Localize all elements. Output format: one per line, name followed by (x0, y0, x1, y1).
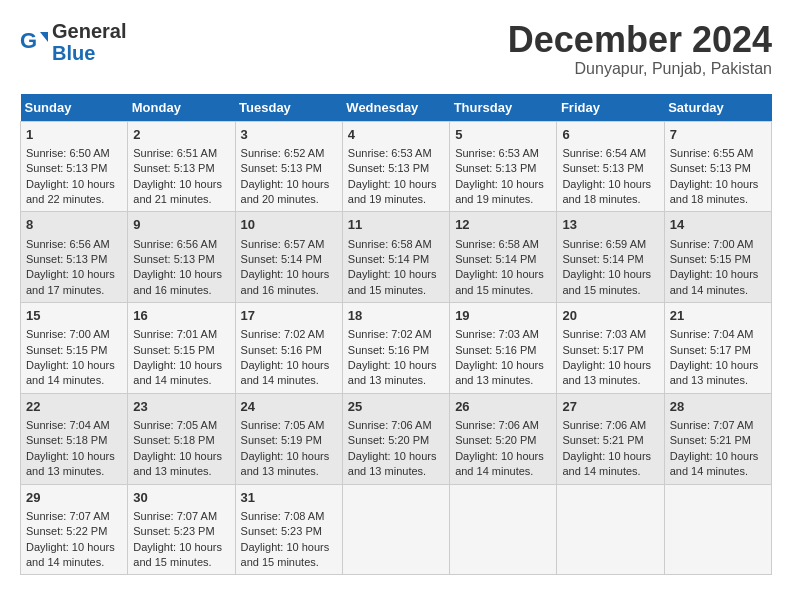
day-number: 8 (26, 216, 122, 234)
calendar-cell: 4Sunrise: 6:53 AMSunset: 5:13 PMDaylight… (342, 121, 449, 212)
calendar-cell (557, 484, 664, 575)
sunrise: Sunrise: 7:06 AM (348, 419, 432, 431)
sunset: Sunset: 5:18 PM (133, 434, 214, 446)
calendar-week-row: 1Sunrise: 6:50 AMSunset: 5:13 PMDaylight… (21, 121, 772, 212)
daylight-minutes: and 14 minutes. (562, 465, 640, 477)
calendar-cell: 24Sunrise: 7:05 AMSunset: 5:19 PMDayligh… (235, 393, 342, 484)
sunrise: Sunrise: 7:07 AM (670, 419, 754, 431)
calendar-cell: 2Sunrise: 6:51 AMSunset: 5:13 PMDaylight… (128, 121, 235, 212)
calendar-cell: 10Sunrise: 6:57 AMSunset: 5:14 PMDayligh… (235, 212, 342, 303)
sunset: Sunset: 5:14 PM (455, 253, 536, 265)
calendar-cell: 14Sunrise: 7:00 AMSunset: 5:15 PMDayligh… (664, 212, 771, 303)
daylight: Daylight: 10 hours (241, 450, 330, 462)
daylight: Daylight: 10 hours (26, 450, 115, 462)
sunset: Sunset: 5:20 PM (348, 434, 429, 446)
sunrise: Sunrise: 7:07 AM (133, 510, 217, 522)
sunrise: Sunrise: 7:06 AM (455, 419, 539, 431)
day-number: 4 (348, 126, 444, 144)
daylight-minutes: and 18 minutes. (670, 193, 748, 205)
day-number: 21 (670, 307, 766, 325)
day-number: 15 (26, 307, 122, 325)
day-number: 7 (670, 126, 766, 144)
sunset: Sunset: 5:13 PM (562, 162, 643, 174)
logo: G General Blue (20, 20, 126, 64)
calendar-cell: 19Sunrise: 7:03 AMSunset: 5:16 PMDayligh… (450, 303, 557, 394)
calendar-cell: 5Sunrise: 6:53 AMSunset: 5:13 PMDaylight… (450, 121, 557, 212)
day-number: 6 (562, 126, 658, 144)
daylight: Daylight: 10 hours (348, 359, 437, 371)
daylight-minutes: and 15 minutes. (455, 284, 533, 296)
day-number: 18 (348, 307, 444, 325)
calendar-cell: 28Sunrise: 7:07 AMSunset: 5:21 PMDayligh… (664, 393, 771, 484)
svg-marker-1 (40, 32, 48, 42)
calendar-cell: 3Sunrise: 6:52 AMSunset: 5:13 PMDaylight… (235, 121, 342, 212)
daylight: Daylight: 10 hours (455, 359, 544, 371)
sunrise: Sunrise: 6:53 AM (455, 147, 539, 159)
sunset: Sunset: 5:16 PM (241, 344, 322, 356)
day-header-thursday: Thursday (450, 94, 557, 122)
calendar-week-row: 8Sunrise: 6:56 AMSunset: 5:13 PMDaylight… (21, 212, 772, 303)
daylight-minutes: and 14 minutes. (26, 374, 104, 386)
daylight-minutes: and 22 minutes. (26, 193, 104, 205)
calendar-table: SundayMondayTuesdayWednesdayThursdayFrid… (20, 94, 772, 576)
sunset: Sunset: 5:18 PM (26, 434, 107, 446)
svg-text:G: G (20, 28, 37, 53)
daylight-minutes: and 14 minutes. (455, 465, 533, 477)
calendar-header-row: SundayMondayTuesdayWednesdayThursdayFrid… (21, 94, 772, 122)
daylight-minutes: and 13 minutes. (562, 374, 640, 386)
daylight-minutes: and 20 minutes. (241, 193, 319, 205)
daylight: Daylight: 10 hours (241, 178, 330, 190)
sunrise: Sunrise: 7:00 AM (670, 238, 754, 250)
daylight-minutes: and 13 minutes. (133, 465, 211, 477)
sunset: Sunset: 5:20 PM (455, 434, 536, 446)
calendar-cell: 11Sunrise: 6:58 AMSunset: 5:14 PMDayligh… (342, 212, 449, 303)
daylight: Daylight: 10 hours (241, 268, 330, 280)
daylight: Daylight: 10 hours (562, 450, 651, 462)
daylight-minutes: and 13 minutes. (455, 374, 533, 386)
day-header-sunday: Sunday (21, 94, 128, 122)
sunset: Sunset: 5:13 PM (670, 162, 751, 174)
daylight-minutes: and 14 minutes. (670, 465, 748, 477)
daylight: Daylight: 10 hours (670, 359, 759, 371)
sunset: Sunset: 5:13 PM (133, 162, 214, 174)
sunrise: Sunrise: 7:02 AM (241, 328, 325, 340)
calendar-cell: 8Sunrise: 6:56 AMSunset: 5:13 PMDaylight… (21, 212, 128, 303)
sunset: Sunset: 5:16 PM (455, 344, 536, 356)
day-number: 14 (670, 216, 766, 234)
daylight-minutes: and 17 minutes. (26, 284, 104, 296)
sunrise: Sunrise: 7:04 AM (670, 328, 754, 340)
daylight-minutes: and 19 minutes. (455, 193, 533, 205)
sunset: Sunset: 5:19 PM (241, 434, 322, 446)
calendar-cell: 30Sunrise: 7:07 AMSunset: 5:23 PMDayligh… (128, 484, 235, 575)
calendar-cell: 17Sunrise: 7:02 AMSunset: 5:16 PMDayligh… (235, 303, 342, 394)
daylight: Daylight: 10 hours (26, 178, 115, 190)
day-header-saturday: Saturday (664, 94, 771, 122)
daylight-minutes: and 16 minutes. (241, 284, 319, 296)
sunset: Sunset: 5:21 PM (670, 434, 751, 446)
sunrise: Sunrise: 6:56 AM (133, 238, 217, 250)
daylight: Daylight: 10 hours (241, 541, 330, 553)
sunrise: Sunrise: 7:02 AM (348, 328, 432, 340)
sunrise: Sunrise: 7:05 AM (241, 419, 325, 431)
calendar-cell: 9Sunrise: 6:56 AMSunset: 5:13 PMDaylight… (128, 212, 235, 303)
sunrise: Sunrise: 7:05 AM (133, 419, 217, 431)
day-number: 9 (133, 216, 229, 234)
daylight-minutes: and 13 minutes. (26, 465, 104, 477)
daylight: Daylight: 10 hours (133, 541, 222, 553)
calendar-cell: 29Sunrise: 7:07 AMSunset: 5:22 PMDayligh… (21, 484, 128, 575)
daylight: Daylight: 10 hours (455, 178, 544, 190)
day-number: 2 (133, 126, 229, 144)
day-number: 20 (562, 307, 658, 325)
day-number: 5 (455, 126, 551, 144)
daylight-minutes: and 14 minutes. (133, 374, 211, 386)
daylight: Daylight: 10 hours (455, 450, 544, 462)
calendar-cell: 1Sunrise: 6:50 AMSunset: 5:13 PMDaylight… (21, 121, 128, 212)
day-number: 25 (348, 398, 444, 416)
calendar-cell: 31Sunrise: 7:08 AMSunset: 5:23 PMDayligh… (235, 484, 342, 575)
daylight-minutes: and 21 minutes. (133, 193, 211, 205)
sunset: Sunset: 5:15 PM (26, 344, 107, 356)
daylight: Daylight: 10 hours (348, 450, 437, 462)
daylight-minutes: and 14 minutes. (241, 374, 319, 386)
calendar-week-row: 22Sunrise: 7:04 AMSunset: 5:18 PMDayligh… (21, 393, 772, 484)
sunrise: Sunrise: 6:51 AM (133, 147, 217, 159)
